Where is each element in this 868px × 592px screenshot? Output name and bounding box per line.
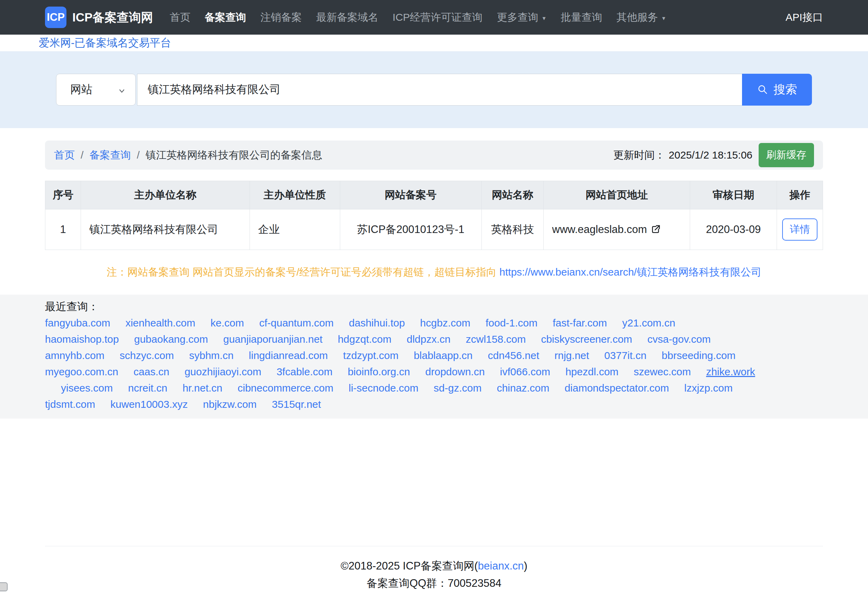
recent-query-link[interactable]: szewec.com: [634, 366, 691, 377]
recent-query-link[interactable]: chinaz.com: [497, 382, 549, 394]
nav-item[interactable]: 其他服务▼: [616, 10, 666, 25]
recent-query-link[interactable]: 3fcable.com: [276, 366, 332, 377]
breadcrumb-link[interactable]: 首页: [54, 149, 75, 161]
recent-query-link[interactable]: kuwen10003.xyz: [111, 399, 187, 410]
recent-query-link[interactable]: cbiskyscreener.com: [541, 334, 632, 345]
nav-item-api[interactable]: API接口: [785, 10, 823, 25]
corner-scroll-widget[interactable]: [0, 582, 7, 591]
recent-query-link[interactable]: li-secnode.com: [348, 382, 418, 394]
cell-audit-date: 2020-03-09: [690, 210, 777, 250]
recent-query-link[interactable]: ivf066.com: [500, 366, 550, 377]
cell-index: 1: [45, 210, 81, 250]
recent-query-link[interactable]: hr.net.cn: [182, 382, 222, 394]
recent-query-link[interactable]: food-1.com: [486, 317, 537, 329]
search-type-select[interactable]: 网站: [56, 74, 136, 106]
chevron-down-icon: ▼: [541, 15, 546, 21]
recent-query-link[interactable]: y21.com.cn: [622, 317, 675, 329]
update-info: 更新时间： 2025/1/2 18:15:06 刷新缓存: [613, 143, 814, 167]
recent-query-link[interactable]: rnjg.net: [554, 350, 589, 361]
recent-query-link[interactable]: fangyuba.com: [45, 317, 110, 329]
promo-link[interactable]: 爱米网-已备案域名交易平台: [39, 35, 171, 50]
nav-item[interactable]: 备案查询: [205, 10, 246, 25]
recent-query-link[interactable]: sybhm.cn: [189, 350, 233, 361]
recent-query-link[interactable]: cdn456.net: [488, 350, 539, 361]
nav-item-label: 备案查询: [205, 10, 246, 25]
recent-query-link[interactable]: myegoo.com.cn: [45, 366, 118, 377]
site-brand[interactable]: ICP备案查询网: [72, 9, 153, 26]
cell-action: 详情: [777, 210, 823, 250]
recent-query-link[interactable]: tzdzypt.com: [343, 350, 399, 361]
recent-query-link[interactable]: caas.cn: [134, 366, 169, 377]
search-icon: [757, 84, 769, 96]
recent-query-link[interactable]: bioinfo.org.cn: [348, 366, 410, 377]
recent-query-link[interactable]: tjdsmt.com: [45, 399, 95, 410]
recent-query-row: fangyuba.comxienhealth.comke.comcf-quant…: [45, 315, 823, 331]
recent-query-link[interactable]: sd-gz.com: [434, 382, 481, 394]
chevron-down-icon: ▼: [661, 15, 666, 21]
cell-organizer: 镇江英格网络科技有限公司: [81, 210, 250, 250]
recent-query-link[interactable]: xienhealth.com: [125, 317, 195, 329]
recent-query-link[interactable]: diamondspectator.com: [564, 382, 669, 394]
recent-query-link[interactable]: lingdianread.com: [249, 350, 328, 361]
recent-query-link[interactable]: gubaokang.com: [134, 334, 208, 345]
nav-item[interactable]: 更多查询▼: [497, 10, 546, 25]
nav-item-label: 首页: [170, 10, 190, 25]
nav-item[interactable]: 注销备案: [260, 10, 302, 25]
nav-item-label: 更多查询: [497, 10, 538, 25]
recent-query-link[interactable]: dashihui.top: [349, 317, 405, 329]
search-button-label: 搜索: [774, 82, 797, 97]
recent-query-link[interactable]: lzxjzp.com: [684, 382, 733, 394]
recent-query-link[interactable]: yisees.com: [61, 382, 113, 394]
site-logo[interactable]: ICP: [45, 7, 66, 28]
breadcrumb-link[interactable]: 备案查询: [89, 149, 131, 161]
recent-query-link[interactable]: cibnecommerce.com: [238, 382, 334, 394]
table-header-cell: 序号: [45, 181, 81, 210]
nav-item[interactable]: 首页: [170, 10, 190, 25]
table-header-cell: 网站首页地址: [544, 181, 690, 210]
recent-query-link[interactable]: dropdown.cn: [425, 366, 485, 377]
recent-query-row: myegoo.com.cncaas.cnguozhijiaoyi.com3fca…: [45, 363, 823, 380]
recent-query-link[interactable]: nbjkzw.com: [203, 399, 257, 410]
search-section: 网站 搜索: [0, 51, 868, 128]
table-header-cell: 操作: [777, 181, 823, 210]
recent-query-link[interactable]: 0377it.cn: [604, 350, 647, 361]
recent-query-link[interactable]: hpezdl.com: [565, 366, 619, 377]
note-row: 注：网站备案查询 网站首页显示的备案号/经营许可证号必须带有超链，超链目标指向 …: [0, 265, 868, 279]
recent-query-link[interactable]: cvsa-gov.com: [648, 334, 711, 345]
recent-query-link[interactable]: fast-far.com: [553, 317, 607, 329]
note-link[interactable]: https://www.beianx.cn/search/镇江英格网络科技有限公…: [499, 266, 762, 278]
table-header-row: 序号主办单位名称主办单位性质网站备案号网站名称网站首页地址审核日期操作: [45, 181, 823, 210]
homepage-link[interactable]: www.eagleslab.com: [552, 223, 661, 236]
recent-query-link[interactable]: 3515qr.net: [272, 399, 321, 410]
promo-row: 爱米网-已备案域名交易平台: [0, 35, 868, 51]
recent-query-link[interactable]: blablaapp.cn: [413, 350, 472, 361]
nav-item[interactable]: 最新备案域名: [316, 10, 378, 25]
recent-query-link[interactable]: zcwl158.com: [466, 334, 526, 345]
recent-query-link[interactable]: guozhijiaoyi.com: [185, 366, 261, 377]
recent-query-link[interactable]: schzyc.com: [120, 350, 174, 361]
refresh-cache-button[interactable]: 刷新缓存: [759, 143, 814, 167]
search-button[interactable]: 搜索: [742, 74, 812, 106]
recent-query-link[interactable]: amnyhb.com: [45, 350, 105, 361]
nav-item[interactable]: ICP经营许可证查询: [393, 10, 483, 25]
recent-query-link[interactable]: guanjiaporuanjian.net: [223, 334, 323, 345]
detail-button[interactable]: 详情: [782, 218, 818, 241]
cell-icp-number: 苏ICP备20010123号-1: [340, 210, 481, 250]
table-header-cell: 审核日期: [690, 181, 777, 210]
recent-query-link[interactable]: ke.com: [210, 317, 244, 329]
nav-item[interactable]: 批量查询: [561, 10, 602, 25]
recent-query-link[interactable]: haomaishop.top: [45, 334, 119, 345]
result-table: 序号主办单位名称主办单位性质网站备案号网站名称网站首页地址审核日期操作 1镇江英…: [45, 181, 823, 250]
footer-beianx-link[interactable]: beianx.cn: [478, 560, 524, 572]
recent-query-link[interactable]: ncreit.cn: [128, 382, 167, 394]
recent-query-link[interactable]: hdgzqt.com: [338, 334, 391, 345]
recent-query-link[interactable]: hcgbz.com: [420, 317, 470, 329]
homepage-url: www.eagleslab.com: [552, 223, 647, 236]
table-body: 1镇江英格网络科技有限公司企业苏ICP备20010123号-1英格科技www.e…: [45, 210, 823, 250]
breadcrumb-separator: /: [81, 149, 83, 161]
recent-query-link[interactable]: cf-quantum.com: [259, 317, 334, 329]
search-input[interactable]: [137, 74, 742, 106]
recent-query-link[interactable]: dldpzx.cn: [407, 334, 450, 345]
recent-query-link[interactable]: zhike.work: [706, 366, 755, 377]
recent-query-link[interactable]: bbrseeding.com: [662, 350, 735, 361]
